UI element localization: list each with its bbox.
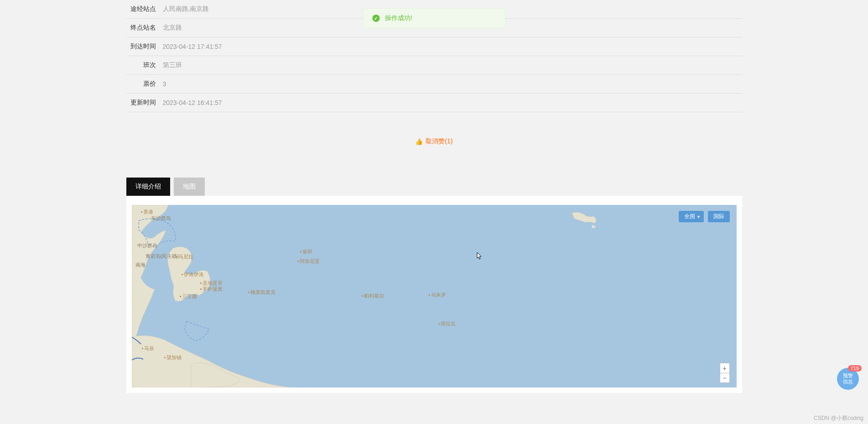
tabs-nav: 详细介绍 地图	[126, 178, 742, 196]
region-label: 全国	[684, 213, 695, 220]
like-label: 取消赞(1)	[426, 137, 452, 146]
detail-value: 2023-04-12 17:41:57	[163, 43, 222, 50]
thumbs-up-icon: 👍	[415, 138, 423, 145]
map-label: 南海	[135, 262, 146, 268]
map-label: 望加锡	[164, 354, 182, 361]
notification-text: 操作成功!	[385, 14, 412, 22]
detail-label: 到达时间	[126, 42, 163, 51]
map-label: 中沙群岛	[137, 242, 157, 249]
alert-float-button[interactable]: 预警 信息 719	[837, 368, 859, 390]
detail-row: 班次 第三班	[126, 56, 742, 75]
detail-label: 班次	[126, 61, 163, 69]
alert-badge: 719	[848, 365, 862, 372]
map-label: 东沙群岛	[151, 215, 171, 222]
map-label: 香港	[141, 209, 154, 215]
detail-value: 北京路	[163, 24, 182, 32]
zoom-out-button[interactable]: −	[720, 373, 730, 383]
map-label: 阿加尼亚	[297, 258, 320, 265]
map-label: 马尼拉	[176, 253, 194, 260]
detail-label: 票价	[126, 80, 163, 88]
zoom-in-button[interactable]: +	[720, 363, 730, 373]
detail-label: 终点站名	[126, 24, 163, 32]
map-label: 帕利基尔	[362, 293, 385, 299]
check-circle-icon	[372, 15, 379, 22]
detail-row: 到达时间 2023-04-12 17:41:57	[126, 37, 742, 56]
map-label: 塔拉瓦	[438, 320, 456, 327]
map-label: 黄岩岛(民主礁)	[146, 253, 179, 260]
map-region-button[interactable]: 全国 ▾	[679, 211, 704, 222]
detail-label: 途经站点	[126, 5, 163, 13]
map-label: 三宝颜	[180, 293, 198, 300]
like-section: 👍 取消赞(1)	[126, 112, 742, 178]
map-label: 罗萨里奥	[200, 286, 223, 293]
detail-value: 2023-04-12 16:41:57	[163, 99, 222, 106]
chevron-down-icon: ▾	[697, 214, 700, 219]
tabs-container: 详细介绍 地图 香港东沙群岛中沙群岛黄岩岛(民主礁)马尼拉南海	[126, 178, 742, 393]
tab-map[interactable]: 地图	[174, 178, 205, 196]
map-label: 马辰	[142, 345, 155, 352]
detail-value: 人民南路,南京路	[163, 5, 209, 13]
tab-detail[interactable]: 详细介绍	[126, 178, 170, 196]
detail-row: 票价 3	[126, 75, 742, 94]
map-intl-button[interactable]: 国际	[708, 211, 730, 222]
success-notification: 操作成功!	[363, 8, 505, 28]
detail-row: 更新时间 2023-04-12 16:41:57	[126, 94, 742, 112]
alert-line1: 预警	[843, 373, 853, 379]
detail-value: 第三班	[163, 61, 182, 69]
map-label: 塞班	[300, 248, 313, 255]
map-zoom-controls: + −	[720, 363, 730, 383]
alert-line2: 信息	[843, 379, 853, 385]
map-label: 梅莱凯奥克	[248, 289, 276, 296]
cancel-like-button[interactable]: 👍 取消赞(1)	[415, 137, 452, 146]
detail-label: 更新时间	[126, 99, 163, 107]
map-label: 伊洛伊洛	[182, 271, 204, 278]
map-label: 马朱罗	[429, 292, 447, 298]
map-area[interactable]: 香港东沙群岛中沙群岛黄岩岛(民主礁)马尼拉南海伊洛伊洛塞班阿加尼亚圣地亚哥罗萨里…	[132, 205, 737, 387]
detail-value: 3	[163, 80, 166, 88]
tab-content: 香港东沙群岛中沙群岛黄岩岛(民主礁)马尼拉南海伊洛伊洛塞班阿加尼亚圣地亚哥罗萨里…	[126, 196, 742, 393]
